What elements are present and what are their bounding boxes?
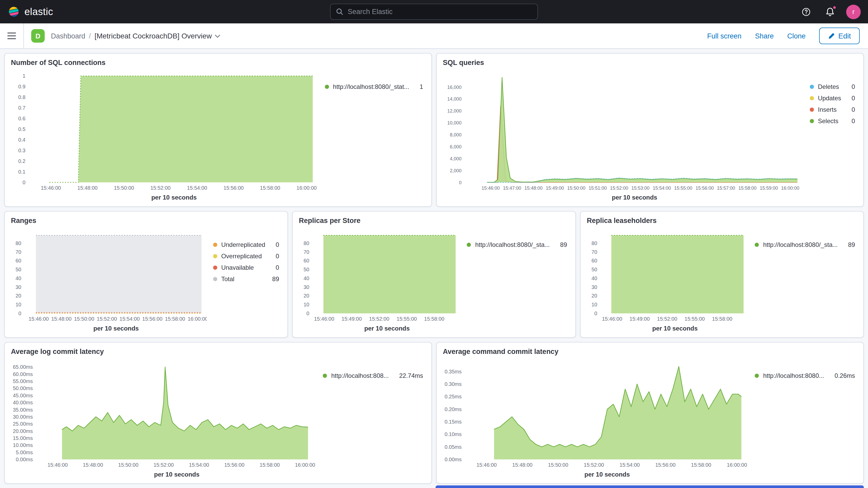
x-axis-title: per 10 seconds <box>442 193 803 202</box>
legend-value: 0 <box>841 106 855 113</box>
plot: 0102030405060708015:46:0015:49:0015:52:0… <box>586 227 748 333</box>
legend-item[interactable]: Selects0 <box>809 118 855 125</box>
command-commit-latency-area-chart[interactable]: 0.00ms0.05ms0.10ms0.15ms0.20ms0.25ms0.30… <box>442 359 748 470</box>
space-avatar[interactable]: D <box>31 29 45 42</box>
svg-text:16:00:00: 16:00:00 <box>188 316 207 322</box>
legend-item[interactable]: http://localhost:8080/_sta...89 <box>467 241 567 248</box>
legend-item[interactable]: http://localhost:8080/_sta...89 <box>755 241 855 248</box>
panel-title: Replicas per Store <box>298 216 570 227</box>
header-actions: r <box>798 4 861 20</box>
help-icon[interactable] <box>798 4 814 20</box>
user-avatar[interactable]: r <box>846 4 861 19</box>
replicas-per-store-area-chart[interactable]: 0102030405060708015:46:0015:49:0015:52:0… <box>298 227 461 324</box>
svg-text:50: 50 <box>304 267 309 272</box>
svg-text:15:49:00: 15:49:00 <box>629 316 650 322</box>
svg-text:0: 0 <box>306 310 309 316</box>
legend-item[interactable]: Deletes0 <box>809 83 855 90</box>
chart-legend: http://localhost:8080...0.26ms <box>748 359 858 479</box>
menu-icon[interactable] <box>0 23 24 48</box>
breadcrumb-separator: / <box>89 32 91 40</box>
next-panel-top-edge <box>436 485 864 488</box>
svg-text:15:52:00: 15:52:00 <box>369 316 389 322</box>
replica-leaseholders-area-chart[interactable]: 0102030405060708015:46:0015:49:0015:52:0… <box>586 227 748 324</box>
legend-label: Unavailable <box>221 264 254 271</box>
legend-color-dot <box>755 374 759 378</box>
panel-avg-command-commit-latency: Average command commit latency 0.00ms0.0… <box>436 342 864 484</box>
svg-text:15:50:00: 15:50:00 <box>548 462 568 468</box>
chart-legend: http://localhost:808...22.74ms <box>316 359 426 479</box>
svg-text:65.00ms: 65.00ms <box>13 364 33 370</box>
global-search[interactable] <box>330 4 538 20</box>
edit-button[interactable]: Edit <box>819 28 860 44</box>
svg-text:0.7: 0.7 <box>18 105 26 111</box>
notifications-icon[interactable] <box>822 4 838 20</box>
svg-text:40: 40 <box>304 275 309 281</box>
svg-text:15:58:00: 15:58:00 <box>738 186 756 191</box>
svg-text:50: 50 <box>16 267 21 272</box>
notification-badge-dot <box>833 5 836 9</box>
svg-text:15:49:00: 15:49:00 <box>546 186 564 191</box>
chart-legend: Underreplicated0Overreplicated0Unavailab… <box>207 227 282 333</box>
svg-text:15:57:00: 15:57:00 <box>717 186 735 191</box>
search-input[interactable] <box>348 8 532 16</box>
legend-item[interactable]: Unavailable0 <box>213 264 279 271</box>
pencil-icon <box>828 32 835 39</box>
legend-value: 0 <box>265 252 279 260</box>
panel-avg-log-commit-latency: Average log commit latency 0.00ms5.00ms1… <box>4 342 432 484</box>
clone-button[interactable]: Clone <box>787 32 806 40</box>
kibana-app: elastic <box>0 0 868 488</box>
global-header: elastic <box>0 0 868 23</box>
svg-text:40: 40 <box>16 275 21 281</box>
breadcrumb-dashboard[interactable]: Dashboard <box>51 32 85 40</box>
legend-item[interactable]: Inserts0 <box>809 106 855 113</box>
svg-text:2,000: 2,000 <box>450 168 462 173</box>
dashboard-toolbar: D Dashboard / [Metricbeat CockroachDB] O… <box>0 23 868 49</box>
svg-text:15:52:00: 15:52:00 <box>610 186 628 191</box>
elastic-logo-icon[interactable] <box>7 4 20 20</box>
svg-text:15:58:00: 15:58:00 <box>259 462 280 468</box>
sql-connections-area-chart[interactable]: 00.10.20.30.40.50.60.70.80.9115:46:0015:… <box>10 70 318 193</box>
legend-item[interactable]: Total89 <box>213 275 279 283</box>
svg-text:15:55:00: 15:55:00 <box>684 316 705 322</box>
legend-item[interactable]: Overreplicated0 <box>213 252 279 260</box>
x-axis-title: per 10 seconds <box>10 470 316 479</box>
plot: 0.00ms0.05ms0.10ms0.15ms0.20ms0.25ms0.30… <box>442 359 748 479</box>
svg-text:15:58:00: 15:58:00 <box>712 316 732 322</box>
legend-color-dot <box>213 243 217 247</box>
svg-text:16:00:00: 16:00:00 <box>781 186 799 191</box>
panel-replica-leaseholders: Replica leaseholders 0102030405060708015… <box>580 211 864 338</box>
legend-item[interactable]: http://localhost:8080...0.26ms <box>755 372 855 379</box>
breadcrumb-current-title[interactable]: [Metricbeat CockroachDB] Overview <box>95 32 221 40</box>
legend-item[interactable]: http://localhost:808...22.74ms <box>323 372 423 379</box>
legend-value: 0 <box>841 95 855 102</box>
svg-text:15:54:00: 15:54:00 <box>187 185 207 191</box>
svg-text:0.9: 0.9 <box>18 84 26 89</box>
svg-text:16:00:00: 16:00:00 <box>727 462 747 468</box>
svg-text:0.05ms: 0.05ms <box>445 444 462 450</box>
legend-item[interactable]: Underreplicated0 <box>213 241 279 248</box>
legend-label: http://localhost:808... <box>331 372 389 379</box>
full-screen-button[interactable]: Full screen <box>707 32 741 40</box>
sql-queries-area-chart[interactable]: 02,0004,0006,0008,00010,00012,00014,0001… <box>442 70 803 193</box>
log-commit-latency-area-chart[interactable]: 0.00ms5.00ms10.00ms15.00ms20.00ms25.00ms… <box>10 359 316 470</box>
legend-color-dot <box>467 243 471 247</box>
chart-area: 0.00ms0.05ms0.10ms0.15ms0.20ms0.25ms0.30… <box>442 359 858 479</box>
chart-area: 00.10.20.30.40.50.60.70.80.9115:46:0015:… <box>10 70 426 202</box>
legend-item[interactable]: http://localhost:8080/_stat...1 <box>324 83 423 90</box>
svg-text:20: 20 <box>591 293 597 299</box>
legend-color-dot <box>809 85 814 89</box>
svg-text:35.00ms: 35.00ms <box>13 407 33 413</box>
legend-value: 22.74ms <box>389 372 423 379</box>
share-button[interactable]: Share <box>755 32 774 40</box>
svg-text:15:50:00: 15:50:00 <box>567 186 586 191</box>
legend-label: Total <box>221 275 235 283</box>
panel-title: Ranges <box>10 216 282 227</box>
page-title: [Metricbeat CockroachDB] Overview <box>95 32 212 40</box>
ranges-area-chart[interactable]: 0102030405060708015:46:0015:48:0015:50:0… <box>10 227 207 324</box>
svg-text:15:58:00: 15:58:00 <box>691 462 711 468</box>
legend-color-dot <box>323 374 327 378</box>
legend-item[interactable]: Updates0 <box>809 95 855 102</box>
svg-text:15:53:00: 15:53:00 <box>631 186 649 191</box>
dashboard-grid: Number of SQL connections 00.10.20.30.40… <box>0 49 868 488</box>
svg-text:15:48:00: 15:48:00 <box>83 462 103 468</box>
